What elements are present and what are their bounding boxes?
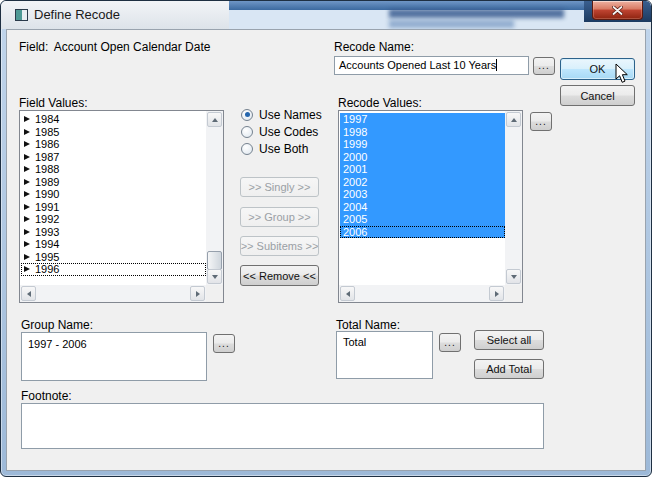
scroll-right-button[interactable] xyxy=(190,286,205,301)
scroll-up-button[interactable] xyxy=(207,112,222,127)
recode-name-input[interactable]: Accounts Opened Last 10 Years xyxy=(334,56,529,75)
scrollbar-thumb[interactable] xyxy=(207,251,222,270)
cancel-button[interactable]: Cancel xyxy=(560,85,635,106)
recode-values-item[interactable]: 2005 xyxy=(340,213,505,226)
field-values-item[interactable]: 1987 xyxy=(21,151,206,164)
field-values-item[interactable]: 1996 xyxy=(21,263,206,276)
field-values-listbox[interactable]: 1984 1985 1986 1987 xyxy=(19,110,224,303)
field-values-item[interactable]: 1984 xyxy=(21,113,206,126)
group-name-browse-button[interactable]: ... xyxy=(213,334,235,353)
scroll-right-button[interactable] xyxy=(489,286,504,301)
horizontal-scrollbar[interactable] xyxy=(20,285,206,302)
vertical-scrollbar[interactable] xyxy=(206,111,223,285)
close-button[interactable] xyxy=(592,1,643,20)
recode-values-browse-button[interactable]: ... xyxy=(530,112,552,131)
window-title: Define Recode xyxy=(34,7,120,22)
triangle-icon xyxy=(24,129,30,135)
recode-values-item[interactable]: 1999 xyxy=(340,138,505,151)
scroll-up-icon xyxy=(212,118,218,122)
add-total-button[interactable]: Add Total xyxy=(474,359,544,379)
scroll-up-icon xyxy=(511,118,517,122)
field-values-item[interactable]: 1990 xyxy=(21,188,206,201)
field-value-label: 1987 xyxy=(35,151,59,163)
blurred-text xyxy=(389,9,564,18)
use-mode-option[interactable]: Use Names xyxy=(241,106,322,123)
recode-values-item[interactable]: 2001 xyxy=(340,163,505,176)
vertical-scrollbar[interactable] xyxy=(505,111,522,285)
scroll-down-icon xyxy=(212,275,218,279)
recode-values-item[interactable]: 1998 xyxy=(340,126,505,139)
recode-name-browse-button[interactable]: ... xyxy=(533,57,555,75)
field-value-label: 1990 xyxy=(35,188,59,200)
horizontal-scrollbar[interactable] xyxy=(339,285,505,302)
select-all-button[interactable]: Select all xyxy=(474,330,544,350)
field-values-item[interactable]: 1991 xyxy=(21,201,206,214)
app-icon xyxy=(15,9,28,21)
scroll-down-icon xyxy=(511,275,517,279)
field-values-item[interactable]: 1989 xyxy=(21,176,206,189)
recode-value-label: 2005 xyxy=(343,213,367,225)
total-name-browse-button[interactable]: ... xyxy=(439,333,461,352)
scroll-down-button[interactable] xyxy=(207,269,222,284)
group-name-input[interactable]: 1997 - 2006 xyxy=(21,332,207,381)
group-button[interactable]: >> Group >> xyxy=(240,207,319,227)
use-mode-option[interactable]: Use Both xyxy=(241,140,322,157)
recode-values-item[interactable]: 2004 xyxy=(340,201,505,214)
radio-icon xyxy=(241,109,253,121)
close-icon xyxy=(612,6,623,15)
triangle-icon xyxy=(24,166,30,172)
blurred-text xyxy=(389,20,514,28)
scroll-down-button[interactable] xyxy=(506,269,521,284)
triangle-icon xyxy=(24,216,30,222)
scroll-up-button[interactable] xyxy=(506,112,521,127)
scrollbar-corner xyxy=(505,285,522,302)
recode-value-label: 2001 xyxy=(343,163,367,175)
recode-value-label: 1998 xyxy=(343,126,367,138)
radio-label: Use Codes xyxy=(259,125,318,139)
recode-values-listbox[interactable]: 1997 1998 1999 2000 2001 xyxy=(338,110,523,303)
total-name-input[interactable]: Total xyxy=(336,331,433,379)
scroll-left-button[interactable] xyxy=(21,286,36,301)
use-mode-option[interactable]: Use Codes xyxy=(241,123,322,140)
scrollbar-corner xyxy=(206,285,223,302)
field-info: Field: Account Open Calendar Date xyxy=(19,40,210,54)
field-values-item[interactable]: 1988 xyxy=(21,163,206,176)
field-values-item[interactable]: 1992 xyxy=(21,213,206,226)
triangle-icon xyxy=(24,229,30,235)
radio-label: Use Both xyxy=(259,142,308,156)
triangle-icon xyxy=(24,179,30,185)
recode-values-item[interactable]: 1997 xyxy=(340,113,505,126)
recode-value-label: 1999 xyxy=(343,138,367,150)
triangle-icon xyxy=(24,254,30,260)
recode-values-list: 1997 1998 1999 2000 2001 xyxy=(340,112,505,285)
field-values-item[interactable]: 1985 xyxy=(21,126,206,139)
field-values-item[interactable]: 1986 xyxy=(21,138,206,151)
group-name-text: 1997 - 2006 xyxy=(28,338,87,350)
remove-button[interactable]: << Remove << xyxy=(240,265,319,286)
singly-button[interactable]: >> Singly >> xyxy=(240,177,319,197)
field-values-item[interactable]: 1994 xyxy=(21,238,206,251)
radio-icon xyxy=(241,143,253,155)
field-values-label: Field Values: xyxy=(19,96,87,110)
text-caret xyxy=(496,59,497,71)
field-label: Field: xyxy=(19,40,48,54)
recode-value-label: 1997 xyxy=(343,113,367,125)
footnote-input[interactable] xyxy=(21,403,544,449)
radio-label: Use Names xyxy=(259,108,322,122)
recode-values-item[interactable]: 2002 xyxy=(340,176,505,189)
field-value-label: 1995 xyxy=(35,251,59,263)
field-values-item[interactable]: 1993 xyxy=(21,226,206,239)
field-value-label: 1993 xyxy=(35,226,59,238)
title-bar[interactable]: Define Recode xyxy=(1,1,651,29)
recode-values-item[interactable]: 2006 xyxy=(340,226,505,239)
field-values-list: 1984 1985 1986 1987 xyxy=(21,112,206,285)
recode-values-item[interactable]: 2003 xyxy=(340,188,505,201)
field-values-item[interactable]: 1995 xyxy=(21,251,206,264)
field-value-label: 1986 xyxy=(35,138,59,150)
triangle-icon xyxy=(24,116,30,122)
recode-values-item[interactable]: 2000 xyxy=(340,151,505,164)
scroll-left-button[interactable] xyxy=(340,286,355,301)
subitems-button[interactable]: >> Subitems >> xyxy=(240,236,319,256)
triangle-icon xyxy=(24,204,30,210)
total-name-text: Total xyxy=(343,336,366,348)
